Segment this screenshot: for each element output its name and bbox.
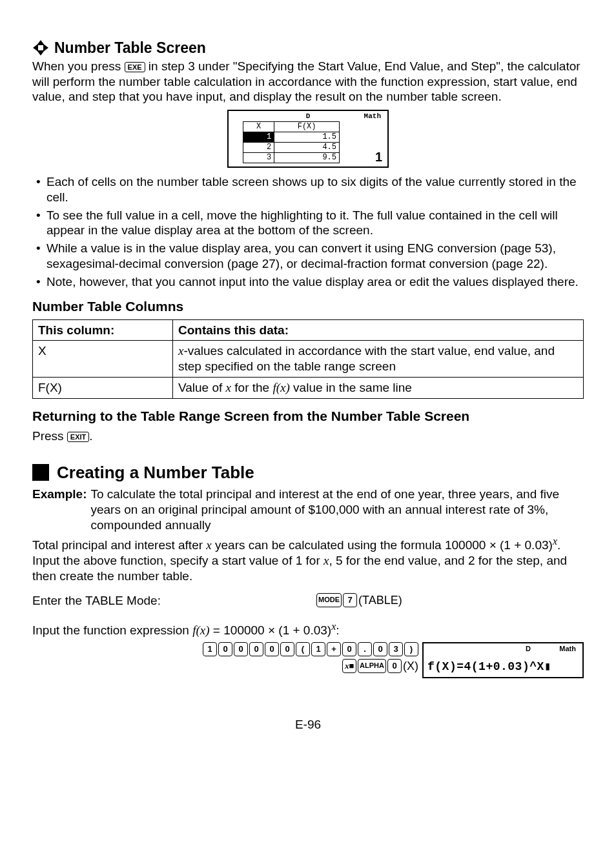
- key-lparen: (: [296, 642, 310, 656]
- step2-fx: f(x): [192, 623, 209, 637]
- columns-r2c2-b: for the: [231, 381, 272, 394]
- columns-r1c2: x-values calculated in accordance with t…: [173, 341, 584, 378]
- columns-r2c2-fx: f(x): [272, 381, 289, 394]
- key-0g: 0: [373, 642, 387, 656]
- key-alpha: ALPHA: [358, 659, 386, 673]
- mini-table-r2-x: 2: [243, 143, 274, 153]
- subheading-returning: Returning to the Table Range Screen from…: [32, 408, 584, 425]
- bullet-1: Each of cells on the number table screen…: [32, 174, 584, 205]
- columns-r2c2-a: Value of: [178, 381, 226, 394]
- example-row: Example: To calculate the total principa…: [32, 487, 584, 532]
- screen-value: 1: [375, 149, 382, 165]
- key-1b: 1: [311, 642, 325, 656]
- key-plus: +: [327, 642, 341, 656]
- exe-key-inline: EXE: [125, 62, 145, 72]
- nav-diamond-icon: [32, 39, 49, 56]
- svg-marker-3: [43, 44, 48, 52]
- key-xn: x■: [342, 659, 356, 673]
- key-0a: 0: [218, 642, 232, 656]
- intro-a: When you press: [32, 59, 125, 73]
- step2-b: = 100000 × (1 + 0.03): [210, 623, 332, 637]
- block-square-icon: [32, 464, 49, 481]
- step2-c: :: [336, 623, 339, 637]
- columns-th2: Contains this data:: [173, 319, 584, 341]
- status-d-2: D: [526, 645, 531, 654]
- mini-table-r1-x: 1: [243, 132, 274, 143]
- example-label: Example:: [32, 487, 90, 532]
- number-table-screen-figure: D Math X F(X) 1 1.5 2 4.5 3 9.5: [227, 110, 389, 168]
- mini-table-hdr-x: X: [243, 122, 274, 132]
- columns-r2c1: F(X): [33, 377, 173, 398]
- bullet-2: To see the full value in a cell, move th…: [32, 208, 584, 239]
- columns-r1c1: X: [33, 341, 173, 378]
- returning-a: Press: [32, 429, 67, 443]
- key-3: 3: [389, 642, 403, 656]
- intro-paragraph: When you press EXE in step 3 under "Spec…: [32, 59, 584, 105]
- exit-key-inline: EXIT: [67, 432, 89, 442]
- columns-r1c2-b: -values calculated in accordance with th…: [178, 344, 555, 373]
- x-label: (X): [403, 659, 418, 674]
- key-dot: .: [358, 642, 372, 656]
- mini-table: X F(X) 1 1.5 2 4.5 3 9.5: [243, 121, 340, 163]
- returning-b: .: [89, 429, 92, 443]
- returning-body: Press EXIT.: [32, 429, 584, 444]
- key-0d: 0: [265, 642, 279, 656]
- mini-table-r3-x: 3: [243, 153, 274, 163]
- columns-r2c2-x1: x: [226, 381, 231, 394]
- formula-a: Total principal and interest after: [32, 539, 206, 552]
- formula-x: x: [206, 539, 211, 552]
- formula-paragraph: Total principal and interest after x yea…: [32, 535, 584, 584]
- formula-b: years can be calculated using the formul…: [212, 539, 553, 552]
- columns-r2c2: Value of x for the f(x) value in the sam…: [173, 377, 584, 398]
- mini-table-hdr-fx: F(X): [274, 122, 340, 132]
- seven-key: 7: [343, 593, 357, 607]
- svg-marker-2: [33, 44, 38, 52]
- mini-table-r2-fx: 4.5: [274, 143, 340, 153]
- step2-a: Input the function expression: [32, 623, 192, 637]
- mini-table-r1-fx: 1.5: [274, 132, 340, 143]
- columns-th1: This column:: [33, 319, 173, 341]
- key-0b: 0: [234, 642, 248, 656]
- table-label: (TABLE): [358, 593, 402, 608]
- mini-table-r3-fx: 9.5: [274, 153, 340, 163]
- page-number: E-96: [32, 717, 584, 732]
- screen-expression: f(X)=4(1+0.03)^X▮: [427, 660, 551, 674]
- key-1: 1: [203, 642, 217, 656]
- step1-label: Enter the TABLE Mode:: [32, 593, 316, 609]
- status-math: Math: [364, 112, 381, 121]
- example-body: To calculate the total principal and int…: [90, 487, 584, 532]
- key-0f: 0: [342, 642, 356, 656]
- key-0-x: 0: [387, 659, 402, 673]
- bullet-4: Note, however, that you cannot input int…: [32, 274, 584, 290]
- function-screen-figure: D Math f(X)=4(1+0.03)^X▮: [422, 642, 584, 678]
- status-d: D: [306, 112, 311, 120]
- section-heading-number-table-screen: Number Table Screen: [54, 39, 206, 57]
- key-rparen: ): [404, 642, 418, 656]
- heading-creating: Creating a Number Table: [57, 462, 254, 483]
- bullet-3: While a value is in the value display ar…: [32, 241, 584, 272]
- formula-sup: x: [553, 536, 557, 547]
- key-0c: 0: [249, 642, 263, 656]
- key-0e: 0: [280, 642, 294, 656]
- status-math-2: Math: [559, 645, 576, 654]
- mode-key: MODE: [316, 593, 342, 607]
- subheading-columns: Number Table Columns: [32, 298, 584, 315]
- step2-text: Input the function expression f(x) = 100…: [32, 620, 584, 638]
- columns-r2c2-c: value in the same line: [290, 381, 412, 394]
- columns-table: This column: Contains this data: X x-val…: [32, 319, 584, 399]
- bullet-list: Each of cells on the number table screen…: [32, 174, 584, 289]
